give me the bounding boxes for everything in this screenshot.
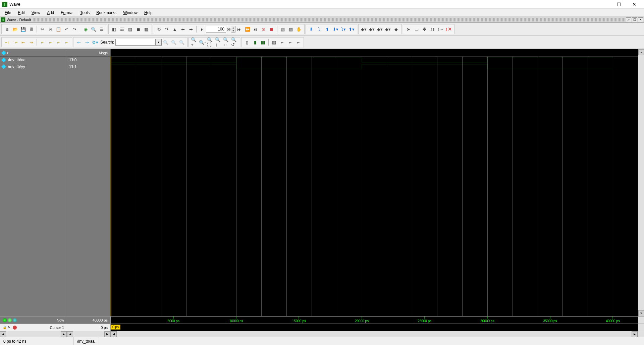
run-icon[interactable]: ⏵ xyxy=(198,25,206,33)
maximize-button[interactable]: ☐ xyxy=(611,0,627,9)
next-rising-icon[interactable]: ↑⌐ xyxy=(11,39,19,46)
menu-edit[interactable]: EditEdit xyxy=(14,9,28,16)
scroll-up-button[interactable]: ▲ xyxy=(638,49,644,55)
cursor-value[interactable]: 0 ps xyxy=(67,324,111,331)
scroll-right-button[interactable]: ▶ xyxy=(61,331,67,337)
menu-window[interactable]: WindowWindow xyxy=(120,9,141,16)
signal-row[interactable]: /inv_tb/yy xyxy=(0,63,67,70)
find-icon[interactable]: 🔍 xyxy=(90,25,97,33)
compile-icon[interactable]: ◉ xyxy=(82,25,89,33)
print-icon[interactable]: 🖶 xyxy=(28,25,35,33)
run-length-input[interactable] xyxy=(206,26,226,32)
menu-format[interactable]: FormatFormat xyxy=(57,9,77,16)
new-icon[interactable]: 🗎 xyxy=(3,25,11,33)
edge3-icon[interactable]: ⌐ xyxy=(55,39,62,46)
zoom-in-icon[interactable]: 🔍+ xyxy=(191,39,198,46)
undo-icon[interactable]: ↶ xyxy=(63,25,70,33)
step-up-icon[interactable]: ▲ xyxy=(171,25,178,33)
prev-rising-icon[interactable]: ⌐↑ xyxy=(3,39,11,46)
layout-icon[interactable]: ◧ xyxy=(110,25,118,33)
analog2-icon[interactable]: ▮ xyxy=(251,39,259,46)
restart-icon[interactable]: ⟲ xyxy=(155,25,162,33)
select-icon[interactable]: ▭ xyxy=(413,25,420,33)
vertical-scrollbar[interactable]: ▲ ▼ xyxy=(638,49,644,316)
collapse-icon[interactable]: ☰ xyxy=(98,25,105,33)
signal-names-pane[interactable]: ▾ /inv_tb/aa/inv_tb/yy xyxy=(0,49,67,316)
subwin-close-button[interactable]: ✕ xyxy=(638,17,643,22)
collapse-all-icon[interactable]: ⤵ xyxy=(316,25,323,33)
hscroll-names[interactable]: ◀ ▶ xyxy=(0,331,67,337)
search-opts-icon[interactable]: ⚙▾ xyxy=(91,39,99,46)
zoom-out-icon[interactable]: 🔍- xyxy=(199,39,206,46)
sig2-icon[interactable]: ◆▾ xyxy=(368,25,376,33)
search-prev-icon[interactable]: ⇠ xyxy=(75,39,83,46)
delete-cursor-icon[interactable]: ⫿✕ xyxy=(445,25,452,33)
scroll-down-button[interactable]: ▼ xyxy=(638,310,644,316)
mem2-icon[interactable]: ▨ xyxy=(287,25,294,33)
cursor-position-box[interactable]: 0 ps xyxy=(111,325,120,330)
analog5-icon[interactable]: ⌐ xyxy=(278,39,286,46)
signal-value-row[interactable]: 1'h0 xyxy=(67,57,110,63)
cursor-ruler[interactable]: 0 ps xyxy=(111,324,638,331)
menu-add[interactable]: AddAdd xyxy=(44,9,57,16)
copy-icon[interactable]: ⎘ xyxy=(47,25,54,33)
sig1-icon[interactable]: ◆▾ xyxy=(360,25,368,33)
scroll-track[interactable] xyxy=(638,55,644,310)
continue-icon[interactable]: ⏩ xyxy=(244,25,251,33)
wave-window-icon[interactable]: ▦ xyxy=(143,25,150,33)
expand-up-icon[interactable]: ⬆ xyxy=(324,25,331,33)
analog7-icon[interactable]: ⌐ xyxy=(294,39,302,46)
hand-icon[interactable]: ✋ xyxy=(295,25,303,33)
save-icon[interactable]: 💾 xyxy=(19,25,27,33)
analog1-icon[interactable]: ▯ xyxy=(243,39,251,46)
zoom-full-icon[interactable]: 🔍⛶ xyxy=(207,39,214,46)
close-button[interactable]: ✕ xyxy=(627,0,642,9)
cursor-label[interactable]: 🔒 ✎ Cursor 1 xyxy=(0,324,67,331)
menu-tools[interactable]: ToolsTools xyxy=(77,9,93,16)
pointer-icon[interactable]: ➤ xyxy=(405,25,412,33)
search-find2-icon[interactable]: 🔍 xyxy=(170,39,177,46)
move-icon[interactable]: ✥ xyxy=(421,25,428,33)
analog6-icon[interactable]: ⌐ xyxy=(286,39,294,46)
signal-value-row[interactable]: 1'h1 xyxy=(67,63,110,70)
mem-icon[interactable]: ▧ xyxy=(279,25,286,33)
signal-values-pane[interactable]: Msgs 1'h01'h1 xyxy=(67,49,111,316)
run-length-spinner[interactable]: ▲▼ xyxy=(231,26,235,32)
search-next-icon[interactable]: ⇢ xyxy=(83,39,91,46)
sig4-icon[interactable]: ◆▾ xyxy=(384,25,392,33)
expand-down-icon[interactable]: ⬇ xyxy=(308,25,315,33)
hierarchy-icon[interactable]: ☷ xyxy=(118,25,126,33)
hscroll-wave[interactable]: ◀ ▶ xyxy=(111,331,638,337)
zoom-cursor-icon[interactable]: 🔍⫿ xyxy=(215,39,222,46)
step-prev-icon[interactable]: ⬅ xyxy=(179,25,186,33)
run-all-icon[interactable]: ⏭ xyxy=(236,25,243,33)
waveform-pane[interactable] xyxy=(111,49,638,316)
edge4-icon[interactable]: ⌐ xyxy=(63,39,70,46)
prev-edge-icon[interactable]: ⇤ xyxy=(19,39,27,46)
redo-icon[interactable]: ↷ xyxy=(71,25,78,33)
expand2-icon[interactable]: ⬇▾ xyxy=(332,25,339,33)
scroll-left-button[interactable]: ◀ xyxy=(67,331,73,337)
break-icon[interactable]: ⊘ xyxy=(260,25,267,33)
step-next-icon[interactable]: ➡ xyxy=(187,25,195,33)
step-over-icon[interactable]: ↷ xyxy=(163,25,170,33)
analog3-icon[interactable]: ▮▮ xyxy=(259,39,267,46)
menu-view[interactable]: ViewView xyxy=(28,9,44,16)
sig3-icon[interactable]: ◆▾ xyxy=(376,25,384,33)
process-icon[interactable]: ◼ xyxy=(135,25,142,33)
stop-icon[interactable]: ⏹ xyxy=(268,25,275,33)
open-icon[interactable]: 📂 xyxy=(11,25,19,33)
edge2-icon[interactable]: ⌐ xyxy=(47,39,54,46)
scroll-left-button[interactable]: ◀ xyxy=(0,331,6,337)
hscroll-values[interactable]: ◀ ▶ xyxy=(67,331,111,337)
drag-stripes[interactable] xyxy=(33,18,625,21)
menu-file[interactable]: FFileile xyxy=(1,9,14,16)
menu-help[interactable]: HelpHelp xyxy=(141,9,156,16)
analog4-icon[interactable]: ▧ xyxy=(270,39,278,46)
run-step-icon[interactable]: ⏯ xyxy=(252,25,259,33)
signal-row[interactable]: /inv_tb/aa xyxy=(0,57,67,63)
waveform-canvas[interactable] xyxy=(111,57,638,316)
next-edge-icon[interactable]: ⇥ xyxy=(28,39,35,46)
scroll-right-button[interactable]: ▶ xyxy=(632,331,638,337)
subwin-max-button[interactable]: ☐ xyxy=(632,17,637,22)
